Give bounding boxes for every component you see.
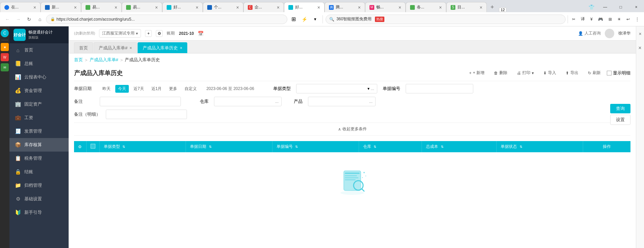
dropdown-arrow[interactable]: ▾ (310, 15, 320, 24)
date-opt-1month[interactable]: 近1月 (149, 85, 165, 93)
th-settings[interactable]: ⚙ (74, 141, 86, 152)
export-button[interactable]: ⬆ 导出 (562, 68, 582, 77)
browser-tab-5[interactable]: 好... × (162, 2, 203, 12)
undo-btn[interactable]: ↩ (624, 15, 632, 24)
address-input[interactable]: 🔒 https://cloud.chanjet.com/accounting/u… (46, 15, 287, 24)
tab-close-2[interactable]: × (74, 5, 77, 10)
tab-close-1[interactable]: × (33, 5, 36, 10)
collapse-button[interactable]: ∧ 收起更多条件 (338, 125, 367, 133)
browser-tab-4[interactable]: 易... × (122, 2, 162, 12)
grid-icon[interactable]: ⊞ (289, 15, 298, 24)
forward-button[interactable]: → (14, 15, 23, 24)
refresh-button[interactable]: ↻ (24, 15, 34, 24)
browser-tab-12[interactable]: S 目... × (446, 2, 487, 12)
date-opt-more[interactable]: 更多 (166, 85, 180, 93)
add-button[interactable]: + + 新增 (466, 68, 488, 77)
th-checkbox[interactable] (86, 141, 99, 152)
product-select[interactable]: ... (308, 97, 376, 106)
doc-type-dots[interactable]: ... (371, 86, 374, 91)
shirt-icon[interactable]: 👕 (585, 2, 597, 12)
page-tab-history-close[interactable]: × (180, 46, 182, 50)
tab-close-4[interactable]: × (155, 5, 158, 10)
maximize-button[interactable]: □ (613, 2, 628, 12)
sun-btn[interactable]: ☀ (615, 15, 623, 24)
th-total-cost[interactable]: 总成本 ⇅ (422, 141, 497, 152)
th-warehouse[interactable]: 仓库 ⇅ (359, 141, 422, 152)
select-all-checkbox[interactable] (91, 144, 95, 149)
browser-tab-10[interactable]: M 畅... × (365, 2, 406, 12)
product-dots[interactable]: ... (369, 99, 373, 104)
remark-detail-input[interactable] (106, 110, 187, 119)
icon-bar-item-2[interactable]: W (1, 53, 9, 61)
game-btn[interactable]: 🎮 (596, 15, 605, 24)
sidebar-item-ledger[interactable]: 📒 总账 (9, 57, 69, 70)
sidebar-item-newvoucher[interactable]: 🔰 新手引导 (9, 206, 69, 219)
breadcrumb-doc-list[interactable]: 产成品入库单# (90, 57, 118, 63)
calendar-icon[interactable]: 📅 (198, 31, 204, 36)
company-settings-button[interactable]: ⚙ (156, 30, 163, 37)
warehouse-dots[interactable]: ... (275, 99, 279, 104)
back-button[interactable]: ← (3, 15, 12, 24)
tab-close-3[interactable]: × (115, 5, 117, 10)
import-button[interactable]: ⬇ 导入 (540, 68, 559, 77)
user-service-button[interactable]: 👤 人工咨询 (578, 30, 601, 36)
icon-bar-item-3[interactable]: ✉ (1, 63, 9, 71)
sidebar-item-fixed[interactable]: 🏢 固定资产 (9, 97, 69, 111)
new-tab-button[interactable]: + (487, 2, 498, 12)
app-icon-main[interactable]: C (1, 29, 9, 37)
settings-browser-btn[interactable]: ⋮ (633, 15, 641, 24)
query-button[interactable]: 查询 (610, 104, 630, 113)
filter-settings-button[interactable]: 设置 (610, 115, 630, 125)
show-cols-checkbox[interactable] (607, 71, 612, 75)
browser-tab-7[interactable]: C 企... × (243, 2, 284, 12)
page-tab-doc-list[interactable]: 产成品入库单# × (94, 42, 137, 53)
sidebar-item-salary[interactable]: 💼 工资 (9, 111, 69, 125)
sidebar-item-funds[interactable]: 💰 资金管理 (9, 84, 69, 97)
th-doc-type[interactable]: 单据类型 ⇅ (99, 141, 186, 152)
refresh-button-page[interactable]: ↻ 刷新 (585, 68, 604, 77)
doc-num-input[interactable] (406, 84, 473, 93)
right-panel-close[interactable]: × (639, 31, 641, 37)
sidebar-item-basic[interactable]: ⚙ 基础设置 (9, 192, 69, 206)
minimize-button[interactable]: — (597, 2, 613, 12)
sidebar-item-invoice[interactable]: 🧾 发票管理 (9, 125, 69, 138)
page-tab-doc-list-close[interactable]: × (129, 46, 132, 50)
tab-close-5[interactable]: × (196, 5, 198, 10)
page-tab-history[interactable]: 产成品入库单历史 × (138, 42, 187, 53)
home-button[interactable]: ⌂ (35, 15, 45, 24)
sidebar-item-report[interactable]: 📊 云报表中心 (9, 70, 69, 84)
browser-tab-2[interactable]: 新... × (41, 2, 81, 12)
browser-tab-1[interactable]: 在... × (0, 2, 41, 12)
tab-close-11[interactable]: × (439, 5, 442, 10)
print-button[interactable]: 🖨 打印 ▾ (514, 68, 537, 77)
show-cols-toggle[interactable]: 显示明细 (607, 70, 630, 76)
browser-tab-6[interactable]: 个... × (203, 2, 243, 12)
sidebar-item-tax[interactable]: 📋 税务管理 (9, 152, 69, 165)
close-button[interactable]: × (628, 2, 644, 12)
sidebar-item-settlement[interactable]: 🔒 结账 (9, 165, 69, 179)
warehouse-select[interactable]: ... (214, 97, 282, 106)
tab-close-6[interactable]: × (236, 5, 239, 10)
company-select[interactable]: 江西服宝测试专用 ▾ (99, 29, 141, 38)
tab-close-7[interactable]: × (277, 5, 280, 10)
add-company-button[interactable]: + (145, 30, 152, 37)
browser-tab-3[interactable]: 易... × (81, 2, 122, 12)
browser-tab-8[interactable]: 好... × (284, 2, 325, 12)
delete-button[interactable]: 🗑 删除 (491, 68, 511, 77)
scissors-btn[interactable]: ✂ (570, 15, 577, 24)
browser-tab-11[interactable]: 各... × (406, 2, 446, 12)
tab-close-9[interactable]: × (358, 5, 361, 10)
breadcrumb-home[interactable]: 首页 (74, 57, 83, 63)
page-tab-home[interactable]: 首页 (74, 42, 93, 53)
tab-close-8[interactable]: × (317, 5, 320, 10)
date-opt-today[interactable]: 今天 (115, 85, 129, 93)
search-bar[interactable]: 🔍 360智能抠图免费用 热搜 (326, 15, 566, 24)
tab-close-10[interactable]: × (399, 5, 401, 10)
sidebar-item-inventory[interactable]: 📦 库存核算 (9, 138, 69, 152)
sidebar-item-archive[interactable]: 📁 归档管理 (9, 179, 69, 192)
th-doc-status[interactable]: 单据状态 ⇅ (497, 141, 583, 152)
remark-input[interactable] (100, 97, 181, 106)
doc-type-select[interactable]: ▾ ... (296, 84, 377, 93)
lightning-icon[interactable]: ⚡ (300, 15, 309, 24)
translate-btn[interactable]: 译 (579, 15, 587, 24)
